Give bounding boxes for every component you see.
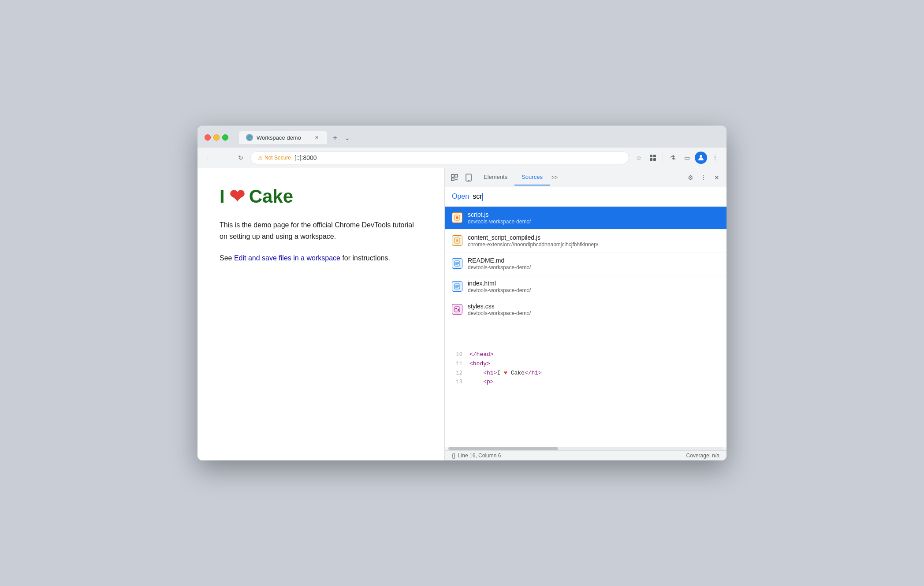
tab-sources[interactable]: Sources bbox=[514, 169, 550, 185]
command-results: script.js devtools-workspace-demo/ bbox=[445, 207, 727, 321]
new-tab-button[interactable]: + bbox=[329, 132, 341, 144]
code-line: 10 </head> bbox=[445, 350, 727, 360]
result-path: devtools-workspace-demo/ bbox=[468, 219, 719, 225]
result-info: styles.css devtools-workspace-demo/ bbox=[468, 303, 719, 316]
tab-dropdown-button[interactable]: ⌄ bbox=[341, 132, 354, 144]
code-lines: 10 </head> 11 <body> 12 <h1>I ♥ Cake</h1… bbox=[445, 350, 727, 387]
svg-rect-1 bbox=[653, 155, 656, 157]
title-bar: 🌐 Workspace demo ✕ + ⌄ bbox=[197, 126, 727, 148]
command-result-item[interactable]: content_script_compiled.js chrome-extens… bbox=[445, 230, 727, 252]
result-file-icon bbox=[452, 235, 462, 246]
webpage-content: I ❤ Cake This is the demo page for the o… bbox=[197, 168, 444, 460]
bookmark-button[interactable]: ☆ bbox=[633, 152, 645, 164]
globe-icon: 🌐 bbox=[247, 135, 252, 140]
format-button[interactable]: {} bbox=[452, 452, 455, 459]
devtools-toolbar: Elements Sources >> ⚙ ⋮ ✕ bbox=[445, 168, 727, 187]
devtools-status-bar: {} Line 16, Column 6 Coverage: n/a bbox=[445, 450, 727, 460]
command-result-item[interactable]: styles.css devtools-workspace-demo/ bbox=[445, 298, 727, 321]
svg-point-12 bbox=[456, 216, 458, 219]
result-path: devtools-workspace-demo/ bbox=[468, 287, 719, 293]
svg-rect-2 bbox=[650, 158, 652, 161]
code-area: 10 </head> 11 <body> 12 <h1>I ♥ Cake</h1… bbox=[445, 350, 727, 447]
result-filename: index.html bbox=[468, 280, 719, 287]
result-path: devtools-workspace-demo/ bbox=[468, 264, 719, 271]
svg-point-4 bbox=[700, 155, 702, 158]
devtools-more-button[interactable]: ⋮ bbox=[697, 171, 710, 184]
heading-i: I bbox=[220, 186, 225, 207]
command-palette: Open scr script.js bbox=[445, 187, 727, 321]
warning-icon: ⚠ bbox=[258, 155, 263, 161]
paragraph-2: See Edit and save files in a workspace f… bbox=[220, 252, 422, 264]
devtools-close-button[interactable]: ✕ bbox=[711, 171, 723, 184]
svg-rect-6 bbox=[455, 174, 458, 177]
tab-favicon: 🌐 bbox=[246, 134, 253, 141]
nav-divider bbox=[663, 153, 663, 162]
paragraph-2-before: See bbox=[220, 254, 234, 262]
heading-heart: ❤ bbox=[229, 185, 245, 207]
result-file-icon bbox=[452, 304, 462, 315]
command-result-item[interactable]: script.js devtools-workspace-demo/ bbox=[445, 207, 727, 230]
scrollbar-track[interactable] bbox=[448, 447, 723, 450]
lab-button[interactable]: ⚗ bbox=[667, 152, 679, 164]
code-line: 12 <h1>I ♥ Cake</h1> bbox=[445, 369, 727, 378]
tab-close-button[interactable]: ✕ bbox=[313, 134, 320, 141]
result-filename: README.md bbox=[468, 257, 719, 264]
browser-tab-active[interactable]: 🌐 Workspace demo ✕ bbox=[239, 131, 327, 144]
command-input-row: Open scr bbox=[445, 187, 727, 207]
code-line: 11 <body> bbox=[445, 360, 727, 369]
minimize-button[interactable] bbox=[213, 134, 220, 141]
nav-actions: ☆ ⚗ ▭ ⋮ bbox=[633, 152, 721, 164]
paragraph-2-after: for instructions. bbox=[340, 254, 390, 262]
workspace-link[interactable]: Edit and save files in a workspace bbox=[234, 254, 340, 262]
extensions-button[interactable] bbox=[647, 152, 659, 164]
address-text: [::]:8000 bbox=[294, 154, 317, 161]
devtools-tabs: Elements Sources >> bbox=[477, 169, 682, 185]
svg-rect-24 bbox=[455, 308, 457, 309]
title-bar-top: 🌐 Workspace demo ✕ + ⌄ bbox=[205, 131, 719, 144]
inspect-element-button[interactable] bbox=[448, 171, 461, 184]
main-area: I ❤ Cake This is the demo page for the o… bbox=[197, 168, 727, 460]
devtools-right-actions: ⚙ ⋮ ✕ bbox=[684, 171, 723, 184]
reload-button[interactable]: ↻ bbox=[235, 152, 247, 164]
svg-rect-7 bbox=[451, 178, 454, 181]
cursor bbox=[482, 193, 483, 201]
back-button[interactable]: ← bbox=[203, 152, 215, 164]
address-bar[interactable]: ⚠ Not Secure [::]:8000 bbox=[250, 151, 629, 164]
traffic-lights bbox=[205, 134, 228, 141]
sidebar-toggle-button[interactable]: ▭ bbox=[681, 152, 693, 164]
result-info: content_script_compiled.js chrome-extens… bbox=[468, 234, 719, 248]
nav-bar: ← → ↻ ⚠ Not Secure [::]:8000 ☆ ⚗ ▭ ⋮ bbox=[197, 148, 727, 168]
coverage-label: Coverage: n/a bbox=[686, 452, 719, 459]
command-result-item[interactable]: README.md devtools-workspace-demo/ bbox=[445, 252, 727, 275]
result-filename: content_script_compiled.js bbox=[468, 234, 719, 241]
result-info: index.html devtools-workspace-demo/ bbox=[468, 280, 719, 293]
security-text: Not Secure bbox=[265, 155, 291, 161]
svg-rect-0 bbox=[650, 155, 652, 157]
svg-rect-25 bbox=[458, 309, 459, 311]
more-menu-button[interactable]: ⋮ bbox=[709, 152, 721, 164]
close-button[interactable] bbox=[205, 134, 211, 141]
device-mode-button[interactable] bbox=[462, 171, 475, 184]
tab-elements[interactable]: Elements bbox=[477, 169, 514, 185]
page-heading: I ❤ Cake bbox=[220, 185, 422, 207]
browser-window: 🌐 Workspace demo ✕ + ⌄ ← → ↻ ⚠ Not Secur… bbox=[197, 126, 727, 460]
result-path: chrome-extension://noondiphcddnnabmjcihc… bbox=[468, 241, 719, 248]
devtools-settings-button[interactable]: ⚙ bbox=[684, 171, 697, 184]
result-file-icon bbox=[452, 258, 462, 269]
tab-title: Workspace demo bbox=[257, 134, 309, 141]
maximize-button[interactable] bbox=[222, 134, 228, 141]
command-input-value[interactable]: scr bbox=[473, 193, 483, 201]
result-path: devtools-workspace-demo/ bbox=[468, 310, 719, 316]
scrollbar-thumb[interactable] bbox=[448, 447, 558, 450]
command-result-item[interactable]: index.html devtools-workspace-demo/ bbox=[445, 275, 727, 298]
svg-rect-23 bbox=[455, 307, 460, 312]
scrollbar-area bbox=[445, 447, 727, 450]
devtools-more-tabs[interactable]: >> bbox=[550, 171, 559, 184]
devtools-panel: Elements Sources >> ⚙ ⋮ ✕ Open scr bbox=[444, 168, 727, 460]
svg-point-14 bbox=[456, 239, 458, 242]
profile-button[interactable] bbox=[695, 152, 707, 164]
forward-button[interactable]: → bbox=[219, 152, 231, 164]
svg-rect-3 bbox=[653, 158, 656, 161]
result-info: README.md devtools-workspace-demo/ bbox=[468, 257, 719, 271]
paragraph-1: This is the demo page for the official C… bbox=[220, 219, 422, 242]
